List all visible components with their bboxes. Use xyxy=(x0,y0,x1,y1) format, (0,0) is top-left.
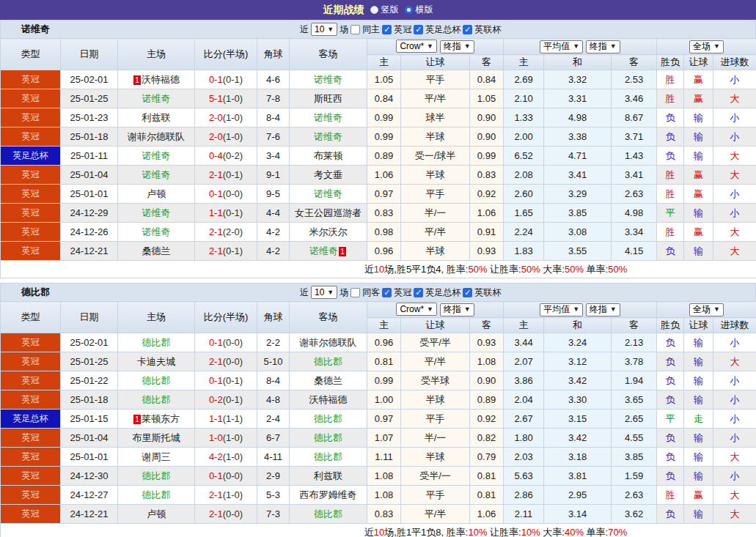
col-home: 主场 xyxy=(118,39,195,70)
result-winlose: 负 xyxy=(657,242,684,261)
league-checkbox-eflcup[interactable]: ✓ xyxy=(463,288,472,297)
league-type-badge: 英足总杯 xyxy=(1,410,61,429)
match-date: 25-01-18 xyxy=(61,127,118,147)
match-score: 5-1(1-0) xyxy=(195,89,257,108)
match-date: 25-01-11 xyxy=(61,147,118,166)
match-row: 英冠25-01-18德比郡0-2(0-1)4-8沃特福德1.00半球0.892.… xyxy=(1,390,756,410)
full-score: 0-2 xyxy=(209,394,223,405)
league-checkbox-eflcup[interactable]: ✓ xyxy=(463,25,472,34)
average-value: 平均值 xyxy=(543,40,570,53)
corner-score: 9-5 xyxy=(257,185,290,204)
away-team: 诺维奇 xyxy=(290,70,367,89)
result-goals: 大 xyxy=(713,448,756,467)
chevron-down-icon: ▼ xyxy=(427,43,433,50)
games-count-select[interactable]: 10▼ xyxy=(311,23,337,36)
average-select[interactable]: 平均值▼ xyxy=(540,40,583,53)
average-select[interactable]: 平均值▼ xyxy=(540,303,583,316)
away-team: 德比郡 xyxy=(290,448,367,467)
avg-draw: 3.12 xyxy=(544,352,612,371)
match-score: 4-2(1-0) xyxy=(195,448,257,467)
half-score: (1-0) xyxy=(223,451,243,462)
check-icon: ✓ xyxy=(383,25,390,34)
odds-company-value: Crow* xyxy=(400,41,424,51)
summary-text: 单率: xyxy=(584,264,608,275)
radio-off-icon[interactable] xyxy=(370,6,378,14)
league-checkbox-championship[interactable]: ✓ xyxy=(382,288,392,297)
col-type: 类型 xyxy=(1,302,61,333)
match-date: 25-01-25 xyxy=(61,89,118,108)
away-team: 诺维奇1 xyxy=(290,242,367,261)
league-type-badge: 英冠 xyxy=(1,108,61,127)
match-row: 英冠25-01-04诺维奇2-1(0-1)9-1考文垂1.06半球0.832.0… xyxy=(1,166,756,185)
odds-company-select[interactable]: Crow*▼ xyxy=(396,303,437,316)
radio-on-icon[interactable] xyxy=(405,6,413,14)
result-winlose: 负 xyxy=(657,333,684,352)
chevron-down-icon: ▼ xyxy=(713,306,720,313)
odds-home: 0.98 xyxy=(367,223,401,242)
scope-value: 全场 xyxy=(693,40,711,53)
team-name: 德比郡 xyxy=(21,286,50,299)
match-row: 英冠24-12-26诺维奇2-1(2-0)4-2米尔沃尔0.98平/半0.912… xyxy=(1,223,756,242)
match-row: 英冠25-01-01卢顿0-1(0-0)9-5诺维奇0.97平手0.922.60… xyxy=(1,185,756,204)
result-winlose: 负 xyxy=(657,429,684,448)
home-team: 德比郡 xyxy=(118,486,195,505)
corner-score: 6-7 xyxy=(257,429,290,448)
match-date: 24-12-27 xyxy=(61,486,118,505)
home-team: 谢菲尔德联队 xyxy=(118,127,195,147)
result-winlose: 负 xyxy=(657,352,684,371)
result-winlose: 负 xyxy=(657,371,684,390)
corner-score: 3-4 xyxy=(257,147,290,166)
col-goals-result: 进球数 xyxy=(713,318,756,333)
away-team: 诺维奇 xyxy=(290,185,367,204)
away-team: 德比郡 xyxy=(290,429,367,448)
same-away-checkbox[interactable] xyxy=(351,288,360,297)
league-checkbox-championship[interactable]: ✓ xyxy=(382,25,392,34)
league-checkbox-facup[interactable]: ✓ xyxy=(414,25,423,34)
filter-bar: 近 10▼ 场 同客 ✓ 英冠 ✓ 英足总杯 ✓ 英联杯 xyxy=(300,286,501,299)
games-count-select[interactable]: 10▼ xyxy=(311,286,337,299)
col-handicap-result: 让球 xyxy=(684,55,713,70)
final-odds-select-2[interactable]: 终指▼ xyxy=(586,40,620,53)
result-goals: 小 xyxy=(713,410,756,429)
result-handicap: 赢 xyxy=(684,89,713,108)
layout-radio-horizontal[interactable]: 横版 xyxy=(405,4,433,16)
league-type-badge: 英冠 xyxy=(1,89,61,108)
full-score: 2-1 xyxy=(209,489,223,500)
col-odds-home: 主 xyxy=(367,55,401,70)
odds-company-select[interactable]: Crow*▼ xyxy=(396,40,437,53)
match-scope-select[interactable]: 全场▼ xyxy=(689,303,724,316)
match-score: 0-1(0-0) xyxy=(195,467,257,486)
summary-stat-value: 50% xyxy=(608,264,627,275)
rank-badge: 1 xyxy=(133,75,141,85)
layout-radio-vertical[interactable]: 竖版 xyxy=(370,4,399,16)
avg-away: 3.34 xyxy=(612,223,657,242)
same-home-checkbox[interactable] xyxy=(351,25,360,34)
summary-text: 近 xyxy=(364,264,374,275)
match-scope-select[interactable]: 全场▼ xyxy=(689,40,724,53)
league-checkbox-facup[interactable]: ✓ xyxy=(414,288,423,297)
match-date: 25-01-04 xyxy=(61,429,118,448)
avg-draw: 4.98 xyxy=(544,108,612,127)
avg-home: 2.10 xyxy=(504,89,544,108)
final-odds-select-2[interactable]: 终指▼ xyxy=(586,303,620,316)
result-goals: 大 xyxy=(713,89,756,108)
result-handicap: 输 xyxy=(684,467,713,486)
average-group-header: 平均值▼ 终指▼ xyxy=(504,39,657,55)
odds-away: 1.08 xyxy=(470,352,504,371)
average-value: 平均值 xyxy=(543,303,570,316)
corner-score: 9-1 xyxy=(257,166,290,185)
league-type-badge: 英冠 xyxy=(1,505,61,524)
half-score: (0-1) xyxy=(223,74,243,85)
result-winlose: 平 xyxy=(657,410,684,429)
result-goals: 大 xyxy=(713,147,756,166)
summary-stat-value: 50% xyxy=(521,264,540,275)
final-odds-select[interactable]: 终指▼ xyxy=(440,40,474,53)
match-row: 英冠25-01-22德比郡0-1(0-1)8-4桑德兰0.99受半球0.903.… xyxy=(1,371,756,390)
avg-away: 1.94 xyxy=(612,371,657,390)
away-team: 德比郡 xyxy=(290,352,367,371)
same-home-label: 同主 xyxy=(362,23,380,36)
check-icon: ✓ xyxy=(464,25,471,34)
final-odds-select[interactable]: 终指▼ xyxy=(440,303,474,316)
avg-home: 2.69 xyxy=(504,70,544,89)
final-odds-value-2: 终指 xyxy=(590,40,607,53)
